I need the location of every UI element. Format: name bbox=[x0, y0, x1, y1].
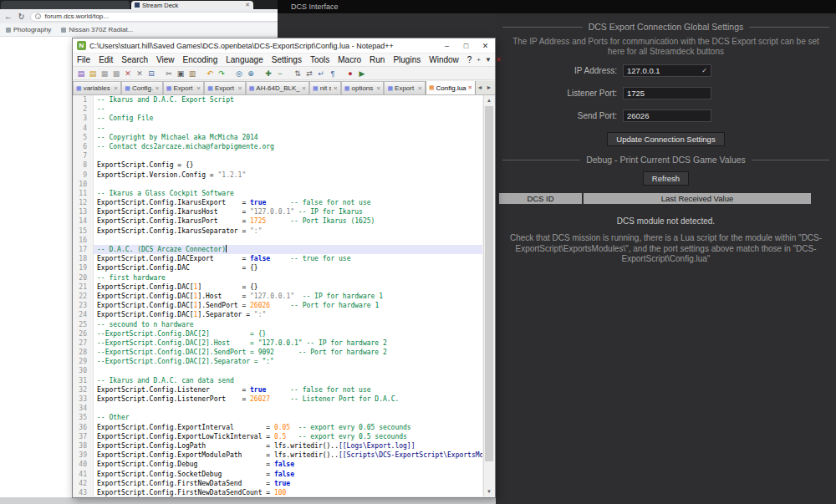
document-tab[interactable]: ▦variables ps1✕ bbox=[73, 81, 121, 94]
find-icon[interactable]: ◎ bbox=[233, 68, 245, 79]
menu-search[interactable]: Search bbox=[117, 55, 152, 64]
code-text[interactable]: ExportScript.Config.DAC[1].Host = "127.0… bbox=[94, 292, 482, 301]
tab-scroll-right-icon[interactable]: ► bbox=[485, 83, 493, 93]
bookmark-item[interactable]: Photography bbox=[6, 26, 51, 33]
document-tab[interactable]: ▦nit sqf✕ bbox=[309, 81, 341, 94]
minimize-icon[interactable]: – bbox=[437, 38, 456, 53]
code-text[interactable]: --ExportScript.Config.DAC[2].Separator =… bbox=[94, 357, 482, 366]
code-text[interactable]: ExportScript.Config.ExportLowTickInterva… bbox=[94, 432, 482, 441]
tab-close-icon[interactable]: ✕ bbox=[245, 2, 250, 8]
code-text[interactable]: -- Config File bbox=[94, 114, 482, 123]
update-connection-settings-button[interactable]: Update Connection Settings bbox=[607, 132, 724, 146]
zoom-in-icon[interactable]: ✚ bbox=[263, 68, 274, 79]
close-all-icon[interactable]: ✕ bbox=[134, 68, 145, 79]
close-file-icon[interactable]: ✕ bbox=[122, 68, 134, 79]
menu-help[interactable]: ? bbox=[463, 55, 477, 64]
code-text[interactable]: --ExportScript.Config.DAC[2] = {} bbox=[94, 329, 482, 339]
code-text[interactable]: ExportScript.Config.FirstNewDataSendCoun… bbox=[94, 488, 482, 496]
tab-close-icon[interactable]: ✕ bbox=[468, 84, 472, 91]
paste-icon[interactable]: ▥ bbox=[186, 68, 198, 79]
menu-run[interactable]: Run bbox=[365, 55, 389, 64]
tab-close-icon[interactable]: ✕ bbox=[196, 85, 201, 92]
play-macro-icon[interactable]: ▶ bbox=[356, 68, 368, 79]
document-tab[interactable]: ▦Export lua✕ bbox=[163, 81, 204, 94]
undo-icon[interactable]: ↶ bbox=[204, 68, 216, 79]
browser-tab-inactive[interactable] bbox=[1, 1, 130, 9]
code-text[interactable] bbox=[94, 180, 482, 189]
scroll-up-icon[interactable]: ▲ bbox=[484, 95, 494, 105]
refresh-icon[interactable]: ↻ bbox=[18, 12, 25, 21]
tab-close-icon[interactable]: ✕ bbox=[302, 85, 306, 92]
maximize-icon[interactable]: □ bbox=[456, 38, 476, 53]
document-tab[interactable]: ▦Config.lua✕ bbox=[121, 81, 162, 94]
code-text[interactable]: -- secound to n hardware bbox=[94, 320, 482, 329]
redo-icon[interactable]: ↷ bbox=[216, 68, 227, 79]
code-text[interactable]: ExportScript.Config.IkarusExport = true … bbox=[94, 198, 482, 207]
document-tab[interactable]: ▦Export lua✕ bbox=[384, 81, 425, 94]
code-text[interactable]: ExportScript.Config.SocketDebug = false bbox=[94, 470, 482, 479]
plus-icon[interactable]: + bbox=[476, 56, 482, 64]
bookmark-item[interactable]: Nissan 370Z Radiat... bbox=[61, 26, 133, 33]
refresh-button[interactable]: Refresh bbox=[643, 171, 689, 186]
record-macro-icon[interactable]: ● bbox=[344, 68, 356, 79]
code-text[interactable]: -- Ikarus and D.A.C. can data send bbox=[94, 376, 482, 385]
code-text[interactable]: ExportScript.Config.DAC[1] = {} bbox=[94, 283, 482, 292]
code-text[interactable]: -- Copyright by Michael aka McMicha 2014 bbox=[94, 133, 482, 142]
notepad-titlebar[interactable]: N C:\Users\stuart.hill\Saved Games\DCS.o… bbox=[73, 38, 495, 53]
code-text[interactable]: --ExportScript.Config.DAC[2].SendPort = … bbox=[94, 348, 482, 357]
menu-plugins[interactable]: Plugins bbox=[389, 55, 425, 64]
code-text[interactable]: ExportScript.Version.Config = "1.2.1" bbox=[94, 171, 482, 180]
scrollbar-thumb[interactable] bbox=[485, 106, 493, 461]
new-file-icon[interactable]: ▤ bbox=[75, 68, 87, 79]
print-icon[interactable]: ⊟ bbox=[145, 68, 157, 79]
save-all-icon[interactable]: ▩ bbox=[110, 68, 122, 79]
menu-window[interactable]: Window bbox=[425, 55, 463, 64]
code-text[interactable]: -- D.A.C. (DCS Arcaze Connector) bbox=[94, 245, 482, 254]
code-text[interactable] bbox=[94, 366, 482, 375]
save-icon[interactable]: ▦ bbox=[99, 68, 110, 79]
code-text[interactable]: ExportScript.Config.Debug = false bbox=[94, 460, 482, 469]
zoom-out-icon[interactable]: − bbox=[274, 68, 286, 79]
code-text[interactable] bbox=[94, 151, 482, 160]
document-tab[interactable]: ▦Config.lua✕ bbox=[426, 81, 476, 94]
code-text[interactable] bbox=[94, 404, 482, 413]
open-file-icon[interactable]: ▤ bbox=[87, 68, 99, 79]
vertical-scrollbar[interactable]: ▲ ▼ bbox=[483, 95, 494, 496]
code-text[interactable]: ExportScript.Config = {} bbox=[94, 160, 482, 170]
tab-close-icon[interactable]: ✕ bbox=[376, 85, 380, 92]
code-text[interactable]: ExportScript.Config.DAC[1].SendPort = 26… bbox=[94, 301, 482, 310]
field-input[interactable]: 127.0.0.1✓ bbox=[623, 64, 711, 77]
dropdown-icon[interactable]: ▼ bbox=[484, 56, 492, 64]
word-wrap-icon[interactable]: ↵ bbox=[315, 68, 327, 79]
code-text[interactable]: ExportScript.Config.ExportModulePath = l… bbox=[94, 451, 482, 460]
tab-close-icon[interactable]: ✕ bbox=[417, 85, 421, 92]
code-text[interactable]: -- Other bbox=[94, 413, 482, 422]
close-search-icon[interactable]: ✕ bbox=[495, 56, 502, 64]
code-text[interactable]: --ExportScript.Config.DAC[2].Host = "127… bbox=[94, 339, 482, 348]
tab-close-icon[interactable]: ✕ bbox=[155, 85, 159, 92]
replace-icon[interactable]: ⊕ bbox=[245, 68, 257, 79]
menu-view[interactable]: View bbox=[152, 55, 179, 64]
menu-language[interactable]: Language bbox=[222, 55, 268, 64]
code-text[interactable]: -- Contact dcs2arcaze.micha@farbpigmente… bbox=[94, 142, 482, 151]
site-info-icon[interactable]: i bbox=[35, 13, 41, 19]
code-text[interactable]: ExportScript.Config.ListenerPort = 26027… bbox=[94, 395, 482, 404]
tab-close-icon[interactable]: ✕ bbox=[333, 85, 337, 92]
copy-icon[interactable]: ▣ bbox=[175, 68, 186, 79]
code-text[interactable]: ExportScript.Config.IkarusHost = "127.0.… bbox=[94, 207, 482, 216]
code-text[interactable]: -- first hardware bbox=[94, 273, 482, 283]
code-text[interactable]: ExportScript.Config.Listener = true -- f… bbox=[94, 385, 482, 395]
code-text[interactable]: ExportScript.Config.DACExport = false --… bbox=[94, 254, 482, 263]
tab-scroll-left-icon[interactable]: ◄ bbox=[476, 83, 484, 93]
sync-horizontal-icon[interactable]: ⇄ bbox=[303, 68, 315, 79]
tab-close-icon[interactable]: ✕ bbox=[237, 85, 242, 92]
document-tab[interactable]: ▦options lua✕ bbox=[341, 81, 385, 94]
code-text[interactable]: ExportScript.Config.ExportInterval = 0.0… bbox=[94, 423, 482, 432]
close-icon[interactable]: ✕ bbox=[476, 38, 495, 53]
field-input[interactable]: 26026 bbox=[623, 109, 711, 122]
code-text[interactable]: -- bbox=[94, 124, 482, 133]
code-text[interactable]: -- bbox=[94, 104, 482, 114]
document-tab[interactable]: ▦AH-64D_BLK_II.lua✕ bbox=[246, 81, 309, 94]
cut-icon[interactable]: ✂ bbox=[163, 68, 175, 79]
menu-macro[interactable]: Macro bbox=[334, 55, 365, 64]
